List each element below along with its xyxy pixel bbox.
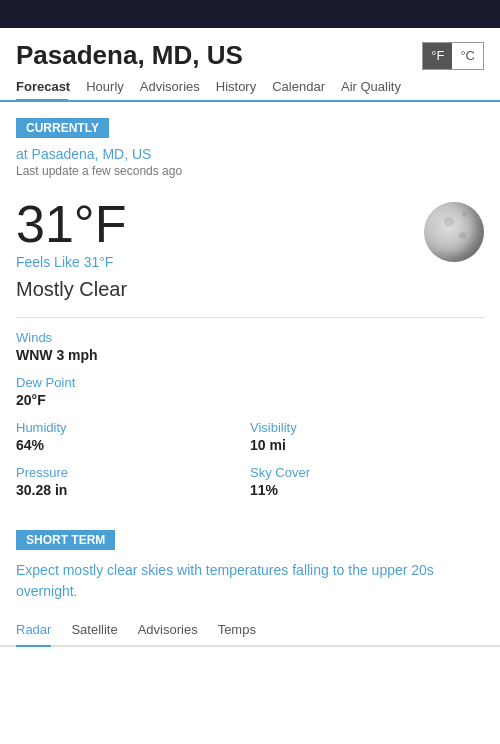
pressure-skycover-row: Pressure 30.28 in Sky Cover 11% [16, 465, 484, 498]
tab-active-indicator [16, 99, 68, 102]
bottom-tab-advisories[interactable]: Advisories [138, 622, 198, 645]
winds-label: Winds [16, 330, 484, 345]
winds-value: WNW 3 mph [16, 347, 484, 363]
visibility-value: 10 mi [250, 437, 484, 453]
bottom-tab-radar[interactable]: Radar [16, 622, 51, 645]
bottom-tab-temps[interactable]: Temps [218, 622, 256, 645]
dew-point-row: Dew Point 20°F [16, 375, 484, 408]
pressure-col: Pressure 30.28 in [16, 465, 250, 498]
weather-details: Winds WNW 3 mph Dew Point 20°F Humidity … [0, 318, 500, 498]
temp-block: 31°F Feels Like 31°F Mostly Clear [16, 198, 127, 301]
dew-point-value: 20°F [16, 392, 484, 408]
short-term-text: Expect mostly clear skies with temperatu… [0, 550, 500, 602]
humidity-label: Humidity [16, 420, 250, 435]
celsius-button[interactable]: °C [452, 43, 483, 69]
tab-forecast[interactable]: Forecast [16, 79, 70, 100]
currently-label: CURRENTLY [16, 118, 109, 138]
sky-cover-label: Sky Cover [250, 465, 484, 480]
moon-icon [424, 202, 484, 262]
fahrenheit-button[interactable]: °F [423, 43, 452, 69]
short-term-content: Expect mostly clear skies with temperatu… [16, 562, 434, 599]
tab-hourly[interactable]: Hourly [86, 79, 124, 100]
winds-row: Winds WNW 3 mph [16, 330, 484, 363]
current-location: at Pasadena, MD, US [0, 138, 500, 162]
moon-crater-3 [462, 212, 467, 217]
dew-point-label: Dew Point [16, 375, 484, 390]
visibility-col: Visibility 10 mi [250, 420, 484, 453]
pressure-value: 30.28 in [16, 482, 250, 498]
pressure-label: Pressure [16, 465, 250, 480]
currently-section: CURRENTLY at Pasadena, MD, US Last updat… [0, 102, 500, 301]
humidity-visibility-row: Humidity 64% Visibility 10 mi [16, 420, 484, 453]
feels-like: Feels Like 31°F [16, 254, 127, 270]
tab-history[interactable]: History [216, 79, 256, 100]
top-bar [0, 0, 500, 28]
humidity-value: 64% [16, 437, 250, 453]
humidity-col: Humidity 64% [16, 420, 250, 453]
weather-main: 31°F Feels Like 31°F Mostly Clear [0, 178, 500, 301]
moon-crater-1 [444, 217, 454, 227]
tab-calendar[interactable]: Calendar [272, 79, 325, 100]
header: Pasadena, MD, US °F °C [0, 28, 500, 71]
tab-air-quality[interactable]: Air Quality [341, 79, 401, 100]
sky-cover-col: Sky Cover 11% [250, 465, 484, 498]
condition: Mostly Clear [16, 278, 127, 301]
location-title: Pasadena, MD, US [16, 40, 243, 71]
short-term-section: SHORT TERM Expect mostly clear skies wit… [0, 514, 500, 602]
moon-crater-2 [459, 232, 466, 239]
last-update: Last update a few seconds ago [0, 162, 500, 178]
short-term-label: SHORT TERM [16, 530, 115, 550]
sky-cover-value: 11% [250, 482, 484, 498]
visibility-label: Visibility [250, 420, 484, 435]
temperature-value: 31°F [16, 198, 127, 250]
tab-advisories[interactable]: Advisories [140, 79, 200, 100]
nav-tabs: Forecast Hourly Advisories History Calen… [0, 71, 500, 102]
temp-unit-toggle[interactable]: °F °C [422, 42, 484, 70]
bottom-tabs: Radar Satellite Advisories Temps [0, 602, 500, 647]
bottom-tab-satellite[interactable]: Satellite [71, 622, 117, 645]
